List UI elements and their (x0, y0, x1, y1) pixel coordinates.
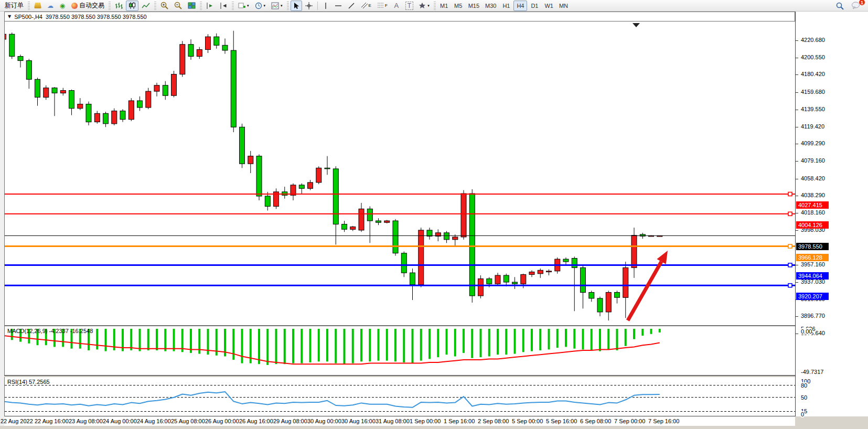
bear-candle (342, 224, 347, 230)
timeframe-button-d1[interactable]: D1 (528, 1, 541, 11)
time-axis[interactable]: 22 Aug 202222 Aug 16:0023 Aug 08:0024 Au… (4, 416, 795, 426)
chart-title-bar[interactable]: ▼ SP500-,H4 3978.550 3978.550 3978.550 3… (4, 12, 795, 21)
bear-candle (581, 267, 586, 292)
trendline-tool-button[interactable] (345, 1, 358, 11)
notifications-button[interactable]: 1 (849, 1, 863, 11)
autotrade-button[interactable]: 自动交易 (69, 1, 107, 11)
history-center-button[interactable] (31, 1, 44, 11)
virtual-hosting-button[interactable]: ☁ (45, 1, 56, 11)
timeframe-button-h1[interactable]: H1 (499, 1, 513, 11)
annotation-arrow-shaft (628, 262, 661, 320)
bull-candle (461, 194, 466, 237)
search-button[interactable] (833, 1, 846, 11)
bull-candle (5, 34, 6, 39)
arrows-tool-button[interactable]: ▾ (416, 1, 432, 11)
bear-candle (410, 273, 415, 285)
zoom-in-icon (160, 2, 168, 9)
text-label-tool-button[interactable]: T (403, 1, 416, 11)
bull-candle (308, 183, 313, 188)
bear-candle (26, 61, 31, 80)
chart-ohlc-values: 3978.550 3978.550 3978.550 3978.550 (46, 14, 147, 20)
timeframe-button-m15[interactable]: M15 (466, 1, 482, 11)
price-axis-label: 4038.290 (801, 192, 825, 198)
chart-menu-icon[interactable]: ▼ (8, 14, 11, 19)
toolbar-separator (287, 2, 289, 10)
zoom-in-button[interactable] (158, 1, 171, 11)
price-pane[interactable] (4, 21, 795, 326)
price-axis-tick (796, 40, 798, 41)
time-axis-label: 31 Aug 08:00 (376, 418, 410, 424)
timeframe-button-m5[interactable]: M5 (452, 1, 465, 11)
toolbar-separator (154, 2, 156, 10)
time-axis-label: 23 Aug 08:00 (69, 418, 103, 424)
rsi-pane[interactable] (4, 377, 795, 416)
bear-candle (469, 194, 475, 296)
timeframe-button-h4[interactable]: H4 (513, 1, 527, 11)
price-axis[interactable]: 4220.6804200.5504180.4204159.6804139.550… (795, 12, 868, 416)
zoom-out-button[interactable] (172, 1, 185, 11)
price-axis-tick (796, 316, 798, 317)
templates-button[interactable]: ▾ (269, 1, 285, 11)
toolbar-separator (28, 2, 30, 10)
channel-tool-button[interactable]: E (358, 1, 374, 11)
bear-candle (487, 279, 492, 284)
price-axis-tick (796, 161, 798, 162)
bear-candle (401, 253, 406, 273)
fibonacci-tool-button[interactable]: F (374, 1, 390, 11)
candlestick-mode-button[interactable] (126, 1, 138, 11)
new-order-button[interactable]: 新订单 (2, 1, 26, 11)
bear-candle (572, 259, 577, 268)
chart-shift-marker (633, 23, 640, 27)
bull-candle (94, 113, 100, 122)
time-axis-label: 22 Aug 2022 (1, 418, 33, 424)
time-axis-label: 1 Sep 16:00 (444, 418, 475, 424)
bear-candle (589, 293, 594, 298)
clock-icon (255, 2, 262, 9)
autotrade-label: 自动交易 (79, 1, 104, 10)
bar-chart-mode-button[interactable] (112, 1, 125, 11)
equidistant-channel-icon (361, 2, 368, 9)
macd-canvas (5, 326, 796, 375)
price-axis-tick (796, 282, 798, 283)
periods-button[interactable]: ▾ (252, 1, 269, 11)
main-toolbar: 新订单 ☁ ◉ 自动交易 ▾ ▾ (0, 0, 868, 12)
crosshair-tool-button[interactable] (303, 1, 315, 11)
bear-candle (367, 209, 372, 221)
level-line-handle (788, 284, 792, 287)
indicators-button[interactable]: ▾ (235, 1, 252, 11)
rsi-canvas (5, 377, 796, 416)
text-tool-button[interactable]: A (391, 1, 402, 11)
chart-shift-button[interactable] (217, 1, 230, 11)
bull-candle (180, 45, 185, 74)
tile-windows-button[interactable] (185, 1, 198, 11)
bear-candle (69, 91, 74, 109)
price-axis-tick (796, 334, 798, 334)
auto-scroll-button[interactable] (203, 1, 217, 11)
rsi-axis-label: 80 (801, 382, 807, 389)
bull-candle (495, 275, 500, 284)
price-chart-canvas (5, 22, 796, 326)
timeframe-button-m30[interactable]: M30 (483, 1, 499, 11)
signals-button[interactable]: ◉ (57, 1, 68, 11)
bear-candle (512, 282, 518, 284)
time-axis-label: 6 Sep 08:00 (580, 418, 611, 424)
label-tool-letter: T (405, 2, 413, 10)
macd-pane[interactable] (4, 326, 795, 376)
bear-candle (103, 113, 109, 124)
level-line-handle (788, 244, 792, 248)
signal-icon: ◉ (60, 2, 65, 9)
timeframe-button-m1[interactable]: M1 (437, 1, 451, 11)
bull-candle (197, 50, 202, 57)
line-chart-mode-button[interactable] (139, 1, 153, 11)
bull-candle (384, 221, 390, 222)
hline-tool-button[interactable] (332, 1, 345, 11)
price-badge: 4004.126 (796, 221, 829, 229)
bear-candle (333, 169, 338, 224)
vline-tool-button[interactable] (320, 1, 331, 11)
bear-candle (240, 127, 245, 164)
bull-candle (154, 85, 159, 91)
cursor-tool-button[interactable] (291, 1, 302, 11)
timeframe-button-w1[interactable]: W1 (542, 1, 556, 11)
timeframe-button-mn[interactable]: MN (556, 1, 571, 11)
time-axis-label: 24 Aug 00:00 (103, 418, 137, 424)
